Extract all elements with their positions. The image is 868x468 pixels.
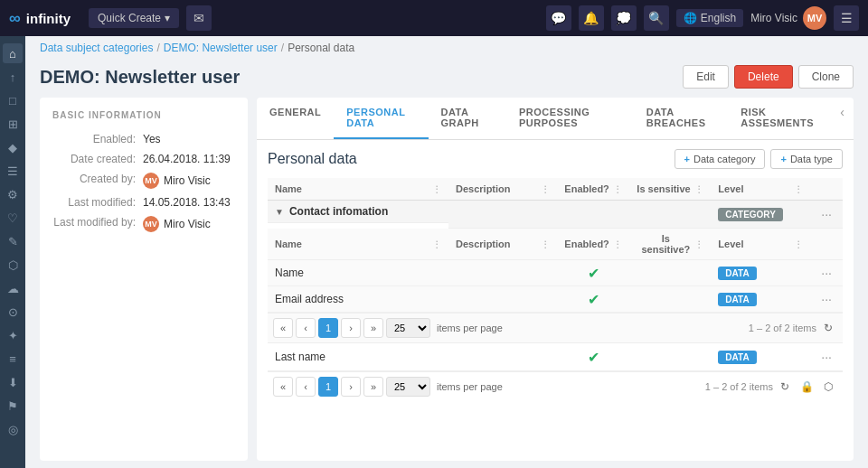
sub-pag-per-page[interactable]: 25 50 100 <box>386 318 430 338</box>
sub-row-email-actions-button[interactable]: ··· <box>817 290 835 308</box>
expand-arrow-icon[interactable]: ▼ <box>275 207 284 217</box>
sub-pag-last[interactable]: » <box>363 318 383 338</box>
sort-level-icon[interactable]: ⋮ <box>794 184 803 194</box>
tab-general[interactable]: GENERAL <box>257 98 334 139</box>
sub-pag-prev[interactable]: ‹ <box>296 318 316 338</box>
sub-pag-first[interactable]: « <box>273 318 293 338</box>
outer-pag-lock-icon[interactable]: 🔒 <box>797 378 816 396</box>
sub-col-enabled: Enabled? ⋮ <box>557 229 629 260</box>
add-data-category-button[interactable]: + Data category <box>675 149 766 169</box>
sub-pag-page-1[interactable]: 1 <box>318 318 338 338</box>
sidebar-item-home[interactable]: ⌂ <box>3 43 23 63</box>
sub-sort-enabled-icon[interactable]: ⋮ <box>613 239 622 249</box>
sidebar-item-diamond[interactable]: ◆ <box>3 137 23 157</box>
sub-row-name: Name ✔ DA <box>268 260 843 286</box>
outer-pag-next[interactable]: › <box>341 377 361 397</box>
outer-pag-refresh-icon[interactable]: ↻ <box>776 378 794 396</box>
outer-pag-page-1[interactable]: 1 <box>318 377 338 397</box>
outer-pag-per-page-label: items per page <box>437 381 503 392</box>
sidebar-item-cloud[interactable]: ☁ <box>3 278 23 298</box>
sidebar-item-download[interactable]: ⬇ <box>3 372 23 392</box>
tab-collapse-button[interactable]: ‹ <box>831 98 854 139</box>
notifications-button[interactable]: 🔔 <box>579 5 604 31</box>
data-badge-email: DATA <box>718 293 756 306</box>
sub-row-email-enabled: ✔ <box>557 286 629 313</box>
comments-button[interactable]: 💭 <box>611 5 637 31</box>
tab-risk-assesments[interactable]: RISK ASSESMENTS <box>728 98 831 139</box>
tab-personal-data[interactable]: PERSONAL DATA <box>334 98 428 139</box>
search-button[interactable]: 🔍 <box>644 5 669 31</box>
sidebar-item-circle[interactable]: ◎ <box>3 419 23 439</box>
outer-pag-per-page[interactable]: 25 50 100 <box>386 377 430 397</box>
sort-desc-icon[interactable]: ⋮ <box>541 184 550 194</box>
user-menu[interactable]: Miro Visic MV <box>750 6 826 30</box>
breadcrumb-sep-2: / <box>281 42 284 54</box>
group-row-contact-information: ▼ Contact infomation CATEGORY <box>268 201 843 229</box>
tab-processing-purposes[interactable]: PROCESSING PURPOSES <box>506 98 634 139</box>
sub-pag-next[interactable]: › <box>341 318 361 338</box>
outer-pag-prev[interactable]: ‹ <box>296 377 316 397</box>
page-title: DEMO: Newsletter user <box>40 67 240 88</box>
sort-sensitive-icon[interactable]: ⋮ <box>694 184 703 194</box>
sidebar: ⌂ ↑ □ ⊞ ◆ ☰ ⚙ ♡ ✎ ⬡ ☁ ⊙ ✦ ≡ ⬇ ⚑ ◎ <box>0 36 25 468</box>
group-actions-button[interactable]: ··· <box>817 205 835 223</box>
sidebar-item-documents[interactable]: □ <box>3 90 23 110</box>
quick-create-button[interactable]: Quick Create ▾ <box>89 8 179 28</box>
outer-pag-first[interactable]: « <box>273 377 293 397</box>
enabled-label: Enabled: <box>52 133 143 145</box>
sidebar-item-settings[interactable]: ⚙ <box>3 184 23 204</box>
hamburger-menu-button[interactable]: ☰ <box>834 5 859 31</box>
left-info-panel: BASIC INFORMATION Enabled: Yes Date crea… <box>40 98 248 461</box>
created-by-label: Created by: <box>52 173 143 189</box>
chat-button[interactable]: 💬 <box>546 5 571 31</box>
sidebar-item-heart[interactable]: ♡ <box>3 208 23 228</box>
outer-pag-last[interactable]: » <box>363 377 383 397</box>
sidebar-item-list[interactable]: ☰ <box>3 161 23 181</box>
sort-name-icon[interactable]: ⋮ <box>432 184 441 194</box>
tab-data-breaches[interactable]: DATA BREACHES <box>634 98 729 139</box>
app-logo: ∞ infinity <box>9 9 71 28</box>
sidebar-item-flag[interactable]: ⚑ <box>3 396 23 416</box>
tab-data-graph[interactable]: DATA GRAPH <box>429 98 507 139</box>
last-modified-by-value: MV Miro Visic <box>143 216 211 232</box>
outer-pagination: « ‹ 1 › » 25 50 100 <box>268 371 843 401</box>
sort-enabled-icon[interactable]: ⋮ <box>613 184 622 194</box>
row-last-name: Last name ✔ DATA <box>268 343 843 371</box>
plus-icon-2: + <box>780 154 786 164</box>
quick-create-label: Quick Create <box>98 12 161 24</box>
tab-content-header: Personal data + Data category + Data typ… <box>268 149 843 169</box>
add-data-type-button[interactable]: + Data type <box>770 149 843 169</box>
language-selector[interactable]: 🌐 English <box>676 9 743 27</box>
sub-sort-level-icon[interactable]: ⋮ <box>794 239 803 249</box>
sub-sort-desc-icon[interactable]: ⋮ <box>541 239 550 249</box>
sidebar-item-upload[interactable]: ↑ <box>3 67 23 87</box>
sub-sort-name-icon[interactable]: ⋮ <box>432 239 441 249</box>
chevron-down-icon: ▾ <box>165 12 170 24</box>
main-layout: ⌂ ↑ □ ⊞ ◆ ☰ ⚙ ♡ ✎ ⬡ ☁ ⊙ ✦ ≡ ⬇ ⚑ ◎ Data s… <box>0 36 868 468</box>
sidebar-item-menu[interactable]: ≡ <box>3 349 23 369</box>
panels: BASIC INFORMATION Enabled: Yes Date crea… <box>25 98 868 468</box>
sidebar-item-star[interactable]: ✦ <box>3 325 23 345</box>
sub-pag-refresh-icon[interactable]: ↻ <box>819 319 837 337</box>
sidebar-item-grid[interactable]: ⊞ <box>3 114 23 134</box>
sidebar-item-edit[interactable]: ✎ <box>3 231 23 251</box>
data-badge-name: DATA <box>718 267 756 280</box>
breadcrumb-data-subject[interactable]: Data subject categories <box>40 42 153 54</box>
breadcrumb-newsletter-user[interactable]: DEMO: Newsletter user <box>164 42 278 54</box>
outer-pag-export-icon[interactable]: ⬡ <box>819 378 837 396</box>
outer-pag-info: 1 – 2 of 2 items <box>705 381 773 392</box>
sidebar-item-hex[interactable]: ⬡ <box>3 255 23 275</box>
sub-row-name-cell: Name <box>268 260 448 286</box>
edit-button[interactable]: Edit <box>683 65 729 89</box>
sidebar-item-target[interactable]: ⊙ <box>3 302 23 322</box>
main-content: Data subject categories / DEMO: Newslett… <box>25 36 868 468</box>
sub-sort-sensitive-icon[interactable]: ⋮ <box>694 239 703 249</box>
last-name-actions-button[interactable]: ··· <box>817 348 835 366</box>
last-modified-by-name: Miro Visic <box>164 218 211 230</box>
globe-icon: 🌐 <box>684 12 697 24</box>
clone-button[interactable]: Clone <box>798 65 854 89</box>
sub-row-name-actions-button[interactable]: ··· <box>817 264 835 282</box>
messages-button[interactable]: ✉ <box>186 5 212 31</box>
personal-data-tab-content: Personal data + Data category + Data typ… <box>257 140 854 461</box>
delete-button[interactable]: Delete <box>734 65 793 89</box>
